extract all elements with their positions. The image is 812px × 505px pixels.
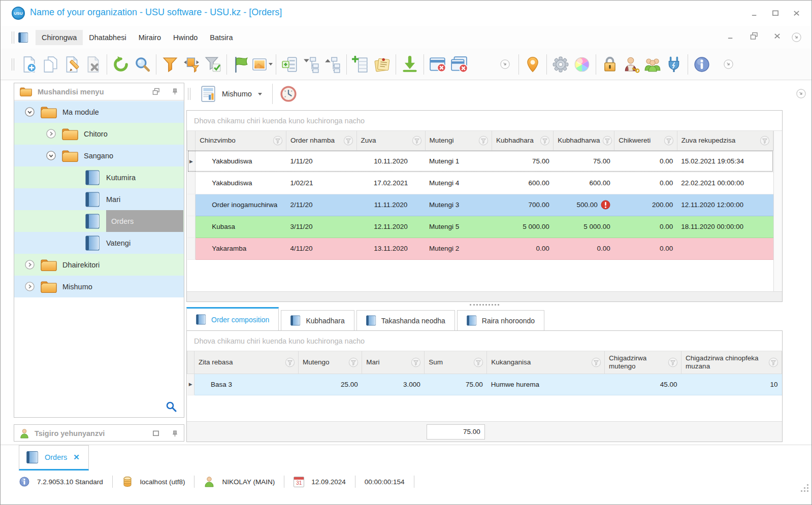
tab-kubhadhara[interactable]: Kubhadhara xyxy=(281,310,354,330)
maximize-button[interactable] xyxy=(772,10,779,17)
tab-takashanda-neodha[interactable]: Takashanda neodha xyxy=(356,310,455,330)
overflow-chevron-icon[interactable] xyxy=(494,54,515,75)
document-tab-orders[interactable]: Orders ✕ xyxy=(19,445,89,470)
expand-node-icon[interactable] xyxy=(24,259,35,270)
panel-restore-icon[interactable] xyxy=(152,430,160,437)
horizontal-scrollbar[interactable] xyxy=(187,291,782,301)
overflow-chevron-icon[interactable] xyxy=(718,54,739,75)
mdi-restore-button[interactable] xyxy=(750,32,758,40)
grid-splitter[interactable] xyxy=(186,302,783,307)
expand-node-icon[interactable] xyxy=(46,128,56,139)
overflow-chevron-icon[interactable] xyxy=(791,31,802,43)
panel-pin-icon[interactable] xyxy=(171,88,179,95)
filter-range-button[interactable] xyxy=(181,54,202,75)
minimize-button[interactable] xyxy=(751,10,759,17)
table-row[interactable]: Yakaramba 4/11/20 13.11.2020 Mutengi 2 0… xyxy=(187,238,773,259)
tree-item-dhairekitori[interactable]: Dhairekitori xyxy=(14,254,184,276)
tree-collapse-button[interactable] xyxy=(322,54,343,75)
tree-item-ma-module[interactable]: Ma module xyxy=(14,101,184,123)
tab-order-composition[interactable]: Order composition xyxy=(186,307,279,330)
clock-button[interactable] xyxy=(278,83,299,105)
close-window-button[interactable] xyxy=(427,54,448,75)
tab-close-icon[interactable]: ✕ xyxy=(73,453,80,462)
column-filter-icon[interactable] xyxy=(478,136,489,146)
collapse-node-icon[interactable] xyxy=(24,107,35,117)
delete-record-button[interactable] xyxy=(82,54,104,75)
table-row[interactable]: ▶ Basa 3 25.00 3.000 75.00 Humwe hurema … xyxy=(187,374,782,395)
filter-button[interactable] xyxy=(159,54,181,75)
collapse-node-icon[interactable] xyxy=(46,150,56,161)
vertical-scrollbar[interactable] xyxy=(773,131,782,291)
tree-item-chitoro[interactable]: Chitoro xyxy=(14,123,184,145)
column-filter-icon[interactable] xyxy=(473,357,483,367)
user-group-button[interactable] xyxy=(642,54,663,75)
plugin-button[interactable] xyxy=(663,54,685,75)
tree-expand-button[interactable] xyxy=(301,54,322,75)
column-filter-icon[interactable] xyxy=(591,357,601,367)
menu-dhatabhesi[interactable]: Dhatabhesi xyxy=(83,30,132,45)
tree-item-mishumo[interactable]: Mishumo xyxy=(14,276,184,297)
column-filter-icon[interactable] xyxy=(348,357,359,367)
group-by-panel[interactable]: Dhova chikamu chiri kuenda kuno kuchiron… xyxy=(187,111,782,131)
column-filter-icon[interactable] xyxy=(602,136,612,146)
tree-item-mari[interactable]: Mari xyxy=(14,188,184,210)
user-key-button[interactable] xyxy=(621,54,642,75)
mdi-minimize-button[interactable] xyxy=(727,32,735,40)
resize-grip[interactable] xyxy=(800,484,809,493)
close-button[interactable] xyxy=(793,10,800,17)
column-header-mutengo[interactable]: Mutengo xyxy=(299,351,362,374)
column-header-mari[interactable]: Mari xyxy=(362,351,425,374)
lock-button[interactable] xyxy=(599,54,621,75)
row-add-button[interactable] xyxy=(279,54,301,75)
column-filter-icon[interactable] xyxy=(760,136,770,146)
refresh-button[interactable] xyxy=(110,54,132,75)
panel-pin-icon[interactable] xyxy=(171,430,179,437)
column-filter-icon[interactable] xyxy=(411,357,421,367)
image-button[interactable] xyxy=(251,54,273,75)
column-header-order-nhamba[interactable]: Order nhamba xyxy=(286,131,356,150)
info-button[interactable] xyxy=(691,54,712,75)
import-button[interactable] xyxy=(399,54,420,75)
reports-dropdown-button[interactable]: Mishumo xyxy=(194,83,267,105)
column-filter-icon[interactable] xyxy=(668,357,678,367)
reportbar-drag-handle[interactable] xyxy=(188,88,190,100)
new-record-button[interactable] xyxy=(18,54,40,75)
map-pin-button[interactable] xyxy=(522,54,543,75)
mdi-close-button[interactable] xyxy=(773,32,781,40)
tree-item-sangano[interactable]: Sangano xyxy=(14,145,184,166)
column-header-zuva[interactable]: Zuva xyxy=(356,131,425,150)
column-filter-icon[interactable] xyxy=(664,136,674,146)
column-header-sum[interactable]: Sum xyxy=(425,351,487,374)
overflow-chevron-icon[interactable] xyxy=(795,88,807,99)
column-filter-icon[interactable] xyxy=(285,357,295,367)
flag-button[interactable] xyxy=(230,54,251,75)
column-header-zuva-rekupedzisa[interactable]: Zuva rekupedzisa xyxy=(677,131,773,150)
column-header-kubhadhara[interactable]: Kubhadhara xyxy=(492,131,554,150)
menu-mirairo[interactable]: Mirairo xyxy=(133,30,167,45)
menubar-drag-handle[interactable] xyxy=(12,31,14,44)
tree-item-kutumira[interactable]: Kutumira xyxy=(14,166,184,188)
tab-raira-nhoroondo[interactable]: Raira nhoroondo xyxy=(457,310,544,330)
column-header-kukanganisa[interactable]: Kukanganisa xyxy=(487,351,605,374)
column-header-chigadzirwa-chinopfeka[interactable]: Chigadzirwa chinopfeka muzana xyxy=(681,351,782,374)
tree-search-icon[interactable] xyxy=(166,401,177,412)
column-header-chigadzirwa-mutengo[interactable]: Chigadzirwa mutengo xyxy=(605,351,681,374)
filter-checked-button[interactable] xyxy=(202,54,223,75)
table-add-button[interactable] xyxy=(350,54,371,75)
close-all-windows-button[interactable] xyxy=(448,54,470,75)
tree-item-orders[interactable]: Orders xyxy=(14,210,184,232)
expand-node-icon[interactable] xyxy=(24,281,35,292)
column-filter-icon[interactable] xyxy=(273,136,283,146)
tree-item-vatengi[interactable]: Vatengi xyxy=(14,232,184,254)
menu-chirongwa[interactable]: Chirongwa xyxy=(36,30,83,45)
menu-hwindo[interactable]: Hwindo xyxy=(167,30,204,45)
toolbar-drag-handle[interactable] xyxy=(12,58,14,71)
table-row[interactable]: Yakabudiswa 1/02/21 17.02.2021 Mutengi 4… xyxy=(187,172,773,194)
column-header-mutengi[interactable]: Mutengi xyxy=(425,131,492,150)
table-row[interactable]: Order inogamuchirwa 2/11/20 11.11.2020 M… xyxy=(187,194,773,216)
search-button[interactable] xyxy=(132,54,153,75)
menu-batsira[interactable]: Batsira xyxy=(204,30,239,45)
group-by-panel[interactable]: Dhova chikamu chiri kuenda kuno kuchiron… xyxy=(187,331,782,351)
column-header-kubhadharwa[interactable]: Kubhadharwa xyxy=(554,131,614,150)
copy-record-button[interactable] xyxy=(40,54,61,75)
